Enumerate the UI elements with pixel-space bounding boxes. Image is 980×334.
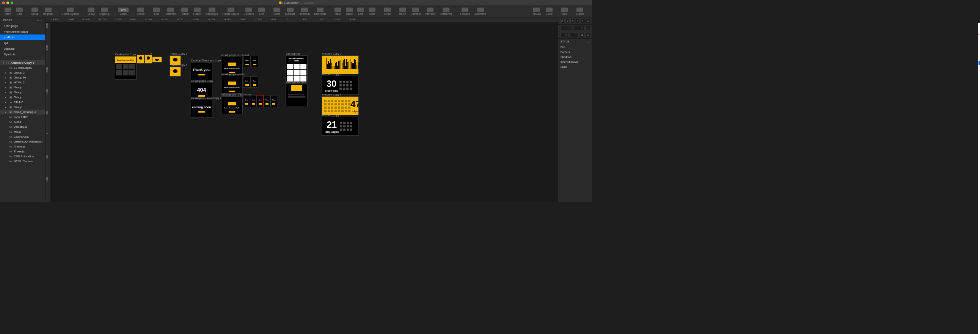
layer-item[interactable]: AaMo.js [0, 129, 45, 134]
layer-item[interactable]: AaCSS Animation [0, 154, 45, 159]
group-button[interactable]: Group [85, 7, 97, 16]
intersect-button[interactable]: Intersect [423, 7, 438, 16]
h-field[interactable]: H [570, 33, 579, 37]
layer-item[interactable]: AaVelocity.js [0, 124, 45, 129]
artboard-Desktop/404 Copy[interactable]: Desktop/404 Copy404 [191, 80, 213, 98]
page-item-membership-page[interactable]: membership page [0, 29, 45, 35]
page-item-portfolio[interactable]: portfolio [0, 35, 45, 40]
create-symbol-button[interactable]: Create Symbol [59, 7, 81, 16]
data-button[interactable]: Data [14, 7, 25, 16]
layer-item[interactable]: AaGreensock Animation [0, 139, 45, 144]
collapse-style-icon[interactable]: ⌄ [587, 40, 590, 43]
artboard-mobile-dark[interactable]: Master [243, 95, 250, 107]
align-right-icon[interactable]: ⊐ [570, 19, 575, 23]
style-section-fills[interactable]: Fills [558, 45, 592, 50]
artboard-Artboard Copy 4[interactable]: Artboard Copy 447clips [322, 93, 358, 115]
artboard-Desktop/Content[interactable]: Desktop/Content [286, 80, 307, 107]
align-bottom-icon[interactable]: ⊔ [586, 19, 590, 23]
layer-item[interactable]: ▸▣Group [0, 85, 45, 90]
artboard-Desktop/co...soon Copy 2[interactable]: Desktop/co...soon Copy 2coming soon [191, 97, 221, 117]
artboard-iPhon...Copy 5[interactable]: iPhon...Copy 5 [170, 52, 187, 65]
union-button[interactable]: Union [271, 7, 283, 16]
style-section-shadows[interactable]: Shadows [558, 55, 592, 59]
page-item-Symbols[interactable]: Symbols [0, 52, 45, 57]
artboard-mobile-dark[interactable]: Master [243, 76, 250, 87]
artboard-V[interactable]: V [150, 52, 152, 56]
rotate-button[interactable]: Rotate [179, 7, 191, 16]
artboard-yellow-card[interactable] [137, 55, 144, 63]
artboard-Desktop/list Copy[interactable]: Desktop/list CopyMaster Front-end Skills… [115, 53, 136, 79]
slice-button[interactable]: Slice [366, 7, 378, 16]
artboard-mobile-dark[interactable]: Master [250, 95, 256, 107]
artboard-mobile-dark[interactable]: Master [251, 76, 258, 87]
layers-header[interactable]: ▼ ▢ Artboard Copy 5 [0, 60, 45, 65]
canvas[interactable]: Desktop/list CopyMaster Front-end Skills… [51, 23, 558, 202]
artboard-yellow-card[interactable] [145, 55, 152, 63]
layer-item[interactable]: AaCSS/SASS [0, 134, 45, 139]
intersect-button[interactable]: Intersect [298, 7, 312, 16]
layer-item[interactable]: ▸▣Group [0, 95, 45, 100]
scissors-button[interactable]: Scissors [242, 7, 256, 16]
artboard-yellow-card[interactable] [153, 57, 162, 62]
zoom-button[interactable]: 10%Zoom [116, 7, 131, 16]
link-button[interactable]: Link [256, 7, 267, 16]
layer-item[interactable]: ▸▣Group [0, 105, 45, 110]
layer-item[interactable]: ▸▣HTML-2 [0, 80, 45, 85]
align-center-h-icon[interactable]: ⫰ [565, 19, 570, 23]
subtract-button[interactable]: Subtract [283, 7, 298, 16]
insert-button[interactable]: Insert [2, 7, 14, 16]
zoom-button[interactable] [11, 2, 13, 4]
difference-button[interactable]: Difference [438, 7, 454, 16]
artboard-iPhon...Copy 6[interactable]: iPhon...Copy 6 [170, 64, 187, 76]
rotate-copies-button[interactable]: Rotate Copies [220, 7, 241, 16]
x-field[interactable]: X [560, 26, 572, 30]
artboard-desktop/optin-vedio[interactable]: desktop/optin-vedioMaster Front-end Skil… [221, 73, 245, 93]
minimize-button[interactable] [6, 2, 9, 4]
preview-button[interactable]: Preview [530, 7, 544, 16]
layer-item[interactable]: AaHTML Canvas [0, 159, 45, 164]
align-center-v-icon[interactable]: ⫯ [581, 19, 585, 23]
edit-button[interactable]: Edit [151, 7, 162, 16]
line-button[interactable]: Line [355, 7, 366, 16]
collapse-pages-icon[interactable]: ⌄ [40, 19, 42, 22]
style-section-blurs[interactable]: Blurs [558, 64, 592, 69]
artboard-mobile-dark[interactable]: Master [243, 56, 250, 67]
style-section-inner-shadows[interactable]: Inner Shadows [558, 59, 592, 64]
flip-v-icon[interactable]: ⇵ [585, 33, 590, 37]
lock-aspect-icon[interactable]: ⤢ [585, 26, 590, 30]
style-section-borders[interactable]: Borders [558, 50, 592, 55]
artboard-Desktop/list[interactable]: Desktop/listMaster Front-end Skills. [286, 52, 307, 81]
flip-h-icon[interactable]: ⇋ [580, 33, 584, 37]
add-page-icon[interactable]: + [37, 19, 39, 22]
artboard-mobile-dark[interactable]: Master [257, 95, 263, 107]
view-button[interactable]: View [558, 7, 570, 16]
artboard-Artboard Copy 6[interactable]: Artboard Copy 630examples· · ·· · · [322, 73, 358, 94]
layer-item[interactable]: ▸▣Group 2 [0, 70, 45, 75]
flatten-button[interactable]: Flatten [191, 7, 203, 16]
artboard-Artboard Copy 5[interactable]: Artboard Copy 521languages· · ·· · · [322, 114, 358, 135]
layer-item[interactable]: ▸▣Group 99 [0, 75, 45, 80]
arrow-button[interactable]: Arrow [382, 7, 393, 16]
layer-item[interactable]: Aa21 languages [0, 65, 45, 70]
ungroup-button[interactable]: Ungroup [97, 7, 112, 16]
shape-button[interactable]: Shape [135, 7, 147, 16]
export-button[interactable]: Export [574, 7, 586, 16]
layer-item[interactable]: ▸▣about_desktop-2 [0, 110, 45, 115]
difference-button[interactable]: Difference [312, 7, 328, 16]
cloud-button[interactable]: Cloud [543, 7, 554, 16]
artboard-mobile-dark[interactable]: Master [271, 95, 277, 107]
scale-button[interactable]: Scale [344, 7, 355, 16]
layer-item[interactable]: AaSVG Filter [0, 115, 45, 119]
rectangle-button[interactable]: Rectangle [204, 7, 220, 16]
page-item-youtube[interactable]: youtube [0, 46, 45, 52]
align-left-icon[interactable]: ⊏ [560, 19, 565, 23]
artboard-mobile-dark[interactable]: Master [264, 95, 270, 107]
layer-item[interactable]: ▸◈Fill-1-2 [0, 100, 45, 105]
group-button[interactable]: Group [29, 7, 41, 16]
page-item-optin-page[interactable]: optin page [0, 23, 45, 29]
subtract-button[interactable]: Subtract [409, 7, 423, 16]
layer-item[interactable]: ▸▣Group [0, 90, 45, 95]
artboard-mobile-dark[interactable]: Master [251, 56, 258, 67]
artboard-Desktop/Thank you Copy[interactable]: Desktop/Thank you CopyThank you. [191, 59, 221, 81]
forward-button[interactable]: Forward [458, 7, 473, 16]
